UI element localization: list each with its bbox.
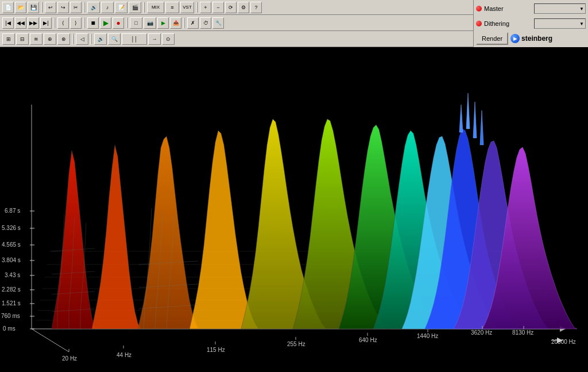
- steinberg-text: steinberg: [521, 34, 552, 43]
- vst-btn[interactable]: VST: [180, 2, 194, 13]
- sep8: [184, 18, 185, 28]
- y-label-5: 3.804 s: [2, 257, 21, 263]
- auto-btn[interactable]: ≡: [165, 2, 179, 13]
- undo-button[interactable]: ↩: [45, 2, 56, 13]
- x-label-44hz: 44 Hz: [117, 352, 131, 358]
- zoom-in-btn[interactable]: +: [200, 2, 211, 13]
- r1-btn[interactable]: ⊞: [2, 33, 15, 45]
- toolbar-row-1: 📄 📂 💾 ↩ ↪ ✂ 🔊 ♪ 📝 🎬 MIX ≡ VST + − ⟳ ⚙ ? …: [0, 0, 588, 15]
- settings-btn[interactable]: ⚙: [238, 2, 249, 13]
- playback-btn[interactable]: ▶: [157, 17, 169, 29]
- spectrum-canvas: 0 ms 760 ms 1.521 s 2.282 s 3.43 s 3.804…: [0, 47, 588, 372]
- x-label-255hz: 255 Hz: [287, 341, 305, 347]
- zoom-out-btn[interactable]: −: [212, 2, 224, 13]
- video-btn[interactable]: 🎬: [129, 2, 141, 13]
- x-label-20500hz: 20500 Hz: [551, 339, 576, 345]
- sep4: [196, 2, 198, 13]
- x-label-20hz: 20 Hz: [62, 355, 77, 362]
- r8-btn[interactable]: 🔍: [108, 33, 121, 45]
- right-panel: Master ▼ Dithering ▼ Render ▶ steinberg: [473, 0, 588, 47]
- sep10: [91, 34, 92, 44]
- sep3: [144, 2, 145, 13]
- y-label-2: 1.521 s: [2, 300, 21, 306]
- x-label-1440hz: 1440 Hz: [417, 333, 438, 339]
- loop-next-btn[interactable]: ⟩: [70, 17, 82, 29]
- steinberg-icon: ▶: [510, 34, 520, 43]
- tool-btn[interactable]: 🔧: [212, 17, 224, 29]
- r6-btn[interactable]: ◁: [76, 33, 88, 45]
- r4-btn[interactable]: ⊕: [44, 33, 56, 45]
- x-label-3620hz: 3620 Hz: [471, 329, 492, 336]
- r3-btn[interactable]: ≋: [30, 33, 42, 45]
- y-label-7: 5.326 s: [2, 225, 21, 231]
- y-label-8: 6.87 s: [5, 208, 20, 214]
- master-dropdown-arrow: ▼: [579, 6, 584, 11]
- dithering-row: Dithering ▼: [476, 17, 586, 30]
- render-button[interactable]: Render: [476, 32, 508, 45]
- snap-btn[interactable]: □: [130, 17, 142, 29]
- master-label: Master: [484, 5, 532, 12]
- sep7: [126, 18, 127, 28]
- help-btn[interactable]: ?: [250, 2, 262, 13]
- r9-btn[interactable]: ││: [122, 33, 147, 45]
- y-label-6: 4.565 s: [2, 241, 21, 248]
- render-row: Render ▶ steinberg: [476, 32, 586, 45]
- x-label-640hz: 640 Hz: [359, 337, 377, 343]
- dithering-dropdown[interactable]: ▼: [534, 18, 586, 29]
- record-btn[interactable]: ●: [113, 17, 124, 29]
- r7-btn[interactable]: 🔊: [94, 33, 107, 45]
- open-button[interactable]: 📂: [15, 2, 26, 13]
- stop-btn[interactable]: ■: [87, 17, 99, 29]
- main-content: 0 ms 760 ms 1.521 s 2.282 s 3.43 s 3.804…: [0, 47, 588, 372]
- snap2-btn[interactable]: 📷: [144, 17, 156, 29]
- play-btn[interactable]: ▶: [100, 17, 111, 29]
- next-btn[interactable]: ▶|: [40, 17, 52, 29]
- new-button[interactable]: 📄: [2, 2, 14, 13]
- y-label-3: 2.282 s: [2, 286, 21, 293]
- sep2: [84, 2, 85, 13]
- audio-btn[interactable]: 🔊: [87, 2, 100, 13]
- dithering-led: [476, 21, 482, 26]
- cut-button[interactable]: ✂: [70, 2, 82, 13]
- prev-btn[interactable]: |◀: [2, 17, 14, 29]
- export-btn[interactable]: 📤: [170, 17, 181, 29]
- r10-btn[interactable]: →: [148, 33, 161, 45]
- sep5: [54, 18, 55, 28]
- master-led: [476, 6, 482, 11]
- r2-btn[interactable]: ⊟: [16, 33, 29, 45]
- sep6: [84, 18, 85, 28]
- x-label-115hz: 115 Hz: [207, 347, 225, 353]
- fast-fwd-btn[interactable]: ▶▶: [28, 17, 39, 29]
- rewind-btn[interactable]: ◀◀: [15, 17, 26, 29]
- master-row: Master ▼: [476, 2, 586, 15]
- y-label-1: 760 ms: [1, 313, 20, 319]
- x-label-8130hz: 8130 Hz: [512, 329, 533, 336]
- sep1: [41, 2, 42, 13]
- y-label-4: 3.43 s: [5, 272, 20, 278]
- r11-btn[interactable]: ⊙: [162, 33, 175, 45]
- midi-btn[interactable]: ♪: [101, 2, 114, 13]
- dithering-label: Dithering: [484, 20, 532, 27]
- steinberg-logo: ▶ steinberg: [510, 34, 552, 43]
- mix-btn[interactable]: MIX: [147, 2, 164, 13]
- timer-btn[interactable]: ⏱: [200, 17, 211, 29]
- loop-btn[interactable]: ⟳: [225, 2, 237, 13]
- save-button[interactable]: 💾: [28, 2, 39, 13]
- y-label-0: 0 ms: [3, 325, 16, 332]
- dithering-dropdown-arrow: ▼: [579, 21, 584, 26]
- punch-btn[interactable]: ✗: [187, 17, 199, 29]
- redo-button[interactable]: ↪: [57, 2, 69, 13]
- spectrum-svg: 0 ms 760 ms 1.521 s 2.282 s 3.43 s 3.804…: [0, 47, 588, 372]
- loop-prev-btn[interactable]: ⟨: [57, 17, 69, 29]
- sep9: [72, 34, 74, 44]
- master-dropdown[interactable]: ▼: [534, 3, 586, 14]
- r5-btn[interactable]: ⊗: [57, 33, 70, 45]
- score-btn[interactable]: 📝: [115, 2, 127, 13]
